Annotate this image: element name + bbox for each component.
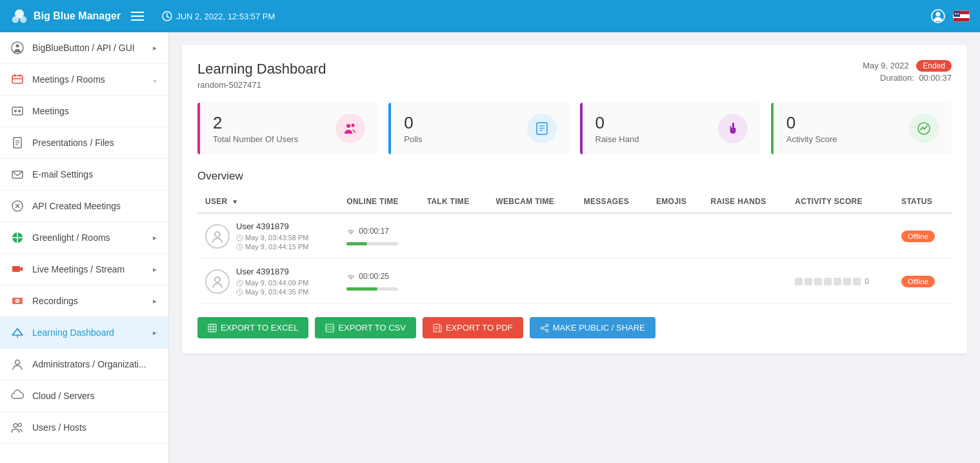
sidebar-label-greenlight: Greenlight / Rooms [32,232,144,243]
stat-number-users: 2 [213,113,298,133]
user-join-0: May 9, 03:43:58 PM [236,234,308,242]
user-dates-1: User 4391879 May 9, 03:44:09 PM [236,267,308,296]
sidebar-item-recordings[interactable]: Recordings ► [0,285,168,317]
user-leave-1: May 9, 03:44:35 PM [236,288,308,296]
stat-label-raise: Raise Hand [595,134,639,144]
status-badge: Ended [916,60,952,72]
td-messages-1 [576,259,648,304]
duration-value: 00:00:37 [919,73,952,83]
sidebar-item-cloud[interactable]: Cloud / Servers [0,380,168,412]
time-bar-1 [346,287,377,291]
sidebar-item-greenlight[interactable]: Greenlight / Rooms ► [0,222,168,254]
svg-point-71 [546,324,548,327]
sidebar-label-presentations: Presentations / Files [32,138,158,148]
export-pdf-button[interactable]: EXPORT TO PDF [423,317,523,338]
activity-dots-1: 0 [795,277,886,286]
sidebar-item-presentations[interactable]: Presentations / Files [0,127,168,159]
svg-marker-29 [20,267,23,271]
svg-point-32 [17,300,18,302]
make-public-label: MAKE PUBLIC / SHARE [553,323,645,333]
time-value-0: 00:00:17 [346,227,389,236]
sort-arrow-user: ▼ [232,198,238,205]
sidebar-item-live-meetings[interactable]: Live Meetings / Stream ► [0,254,168,285]
language-flag[interactable]: ★★ [953,10,970,22]
td-messages-0 [576,213,648,259]
pdf-icon [433,324,442,333]
dashboard-title-area: Learning Dashboard random-5027471 [197,61,326,90]
svg-rect-28 [12,266,20,272]
stat-number-raise: 0 [595,113,639,133]
stat-card-raise-hand: 0 Raise Hand [580,103,761,154]
time-bar-0 [346,242,367,245]
td-status-1: Offline [894,259,952,304]
svg-rect-10 [12,76,23,83]
greenlight-icon [10,231,25,245]
sidebar-arrow-live-meetings: ► [152,266,158,273]
td-talk-1 [419,259,488,304]
stat-icon-polls [527,114,557,143]
td-online-0: 00:00:17 [339,213,419,259]
svg-line-55 [240,283,241,283]
svg-rect-64 [326,324,334,332]
leave-icon-1 [236,289,243,296]
duration-line: Duration: 00:00:37 [863,73,952,83]
td-status-0: Offline [894,213,952,259]
svg-line-51 [240,247,241,247]
export-csv-button[interactable]: EXPORT TO CSV [315,317,416,338]
svg-point-45 [215,232,220,237]
sidebar-label-api: API Created Meetings [32,201,158,211]
svg-rect-14 [12,107,23,115]
td-online-1: 00:00:25 [339,259,419,304]
th-user[interactable]: USER ▼ [197,190,339,213]
user-cell-0: User 4391879 May 9, 03:43:58 PM [205,221,331,251]
td-raise-0 [703,213,787,259]
th-talk-time: TALK TIME [419,190,488,213]
status-badge-0: Offline [901,231,935,242]
sidebar-item-meetings[interactable]: Meetings [0,96,168,127]
email-icon [10,167,25,181]
user-profile-icon[interactable] [931,9,945,23]
stat-number-activity: 0 [786,113,837,133]
sidebar-item-bigbluebutton[interactable]: BigBlueButton / API / GUI ► [0,32,168,64]
sidebar-item-api[interactable]: API Created Meetings [0,190,168,222]
session-id: random-5027471 [197,80,326,90]
overview-title: Overview [197,170,952,183]
table-header-row: USER ▼ ONLINE TIME TALK TIME WEBCAM TIME… [197,190,952,213]
stat-label-activity: Activity Score [786,134,837,144]
make-public-button[interactable]: MAKE PUBLIC / SHARE [530,317,655,338]
td-raise-1 [703,259,787,304]
online-time-cell-1: 00:00:25 [346,272,411,291]
sidebar-label-administrators: Administrators / Organizati... [32,359,158,369]
stat-number-polls: 0 [404,113,422,133]
dashboard-date: May 9, 2022 [863,61,909,70]
sidebar-arrow-recordings: ► [152,298,158,305]
bigbluebutton-icon [10,41,25,55]
sidebar-item-learning[interactable]: Learning Dashboard ► [0,317,168,349]
th-status: STATUS [894,190,952,213]
hamburger-menu[interactable] [128,6,146,26]
sidebar: BigBlueButton / API / GUI ► Meetings / R… [0,32,169,463]
main-content: Learning Dashboard random-5027471 May 9,… [169,32,980,463]
user-dates-0: User 4391879 May 9, 03:43:58 PM [236,221,308,251]
svg-point-9 [16,45,19,48]
sidebar-item-administrators[interactable]: Administrators / Organizati... [0,349,168,380]
sidebar-arrow-bigbluebutton: ► [152,45,158,52]
user-name-1: User 4391879 [236,267,308,276]
stat-icon-raise [718,114,748,143]
th-messages: MESSAGES [576,190,648,213]
activity-dot-1-3 [824,278,832,285]
sidebar-item-meetings-rooms[interactable]: Meetings / Rooms ⌄ [0,64,168,96]
svg-line-58 [240,292,241,293]
time-value-1: 00:00:25 [346,272,389,281]
user-leave-0: May 9, 03:44:15 PM [236,243,308,251]
stat-icon-activity [909,114,939,143]
sidebar-item-users-hosts[interactable]: Users / Hosts [0,412,168,444]
join-icon-0 [236,234,243,242]
dashboard-header: Learning Dashboard random-5027471 May 9,… [197,61,952,90]
export-excel-button[interactable]: EXPORT TO EXCEL [197,317,308,338]
overview-table: USER ▼ ONLINE TIME TALK TIME WEBCAM TIME… [197,190,952,304]
clock-icon [162,11,172,21]
brand-logo[interactable]: Big Blue Manager [10,7,121,25]
sidebar-item-email[interactable]: E-mail Settings [0,159,168,190]
svg-rect-67 [434,324,439,332]
